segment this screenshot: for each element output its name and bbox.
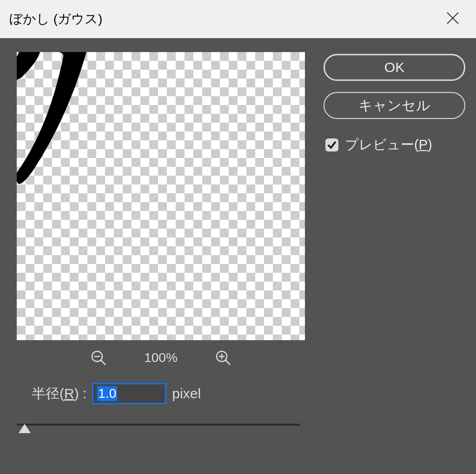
preview-label: プレビュー(P)	[345, 136, 432, 154]
close-icon[interactable]	[439, 8, 467, 31]
zoom-level: 100%	[144, 350, 178, 365]
radius-control: 半径(R) : 1.0 pixel	[32, 383, 305, 404]
cancel-button[interactable]: キャンセル	[324, 92, 465, 119]
preview-checkbox[interactable]	[325, 138, 338, 151]
svg-line-4	[101, 360, 106, 365]
radius-label: 半径(R) :	[32, 384, 86, 403]
radius-slider[interactable]	[17, 424, 300, 426]
zoom-in-icon[interactable]	[215, 349, 231, 366]
titlebar: ぼかし (ガウス)	[0, 0, 476, 38]
svg-line-8	[225, 360, 230, 365]
radius-unit: pixel	[172, 386, 201, 402]
zoom-out-icon[interactable]	[90, 349, 107, 366]
dialog-title: ぼかし (ガウス)	[9, 10, 102, 28]
preview-canvas[interactable]	[17, 52, 305, 340]
ok-button[interactable]: OK	[324, 54, 465, 81]
radius-input[interactable]: 1.0	[92, 383, 166, 404]
slider-thumb-icon[interactable]	[19, 424, 31, 433]
